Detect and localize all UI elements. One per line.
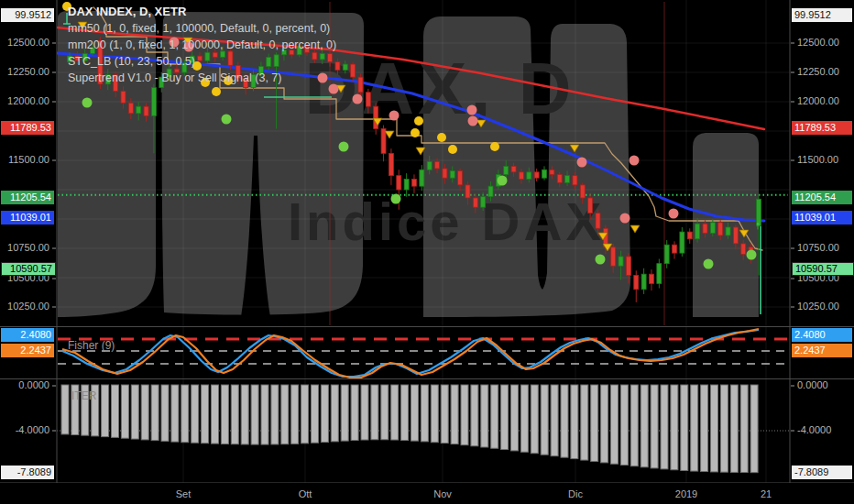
histogram-bar xyxy=(181,385,189,443)
candle-body xyxy=(420,170,424,186)
sell-triangle-marker xyxy=(630,225,640,233)
time-tick-label: Nov xyxy=(433,488,452,499)
candle-body xyxy=(404,179,409,190)
candle-body xyxy=(473,198,477,207)
candle-body xyxy=(358,77,363,93)
pink-dot-marker xyxy=(389,111,400,121)
green-dot-marker xyxy=(498,176,508,186)
price-badge-white: 99.9512 xyxy=(792,8,852,22)
histogram-bar xyxy=(711,385,718,472)
histogram-bar xyxy=(61,385,69,434)
pink-dot-marker xyxy=(467,105,477,115)
candle-body xyxy=(542,170,547,178)
time-axis[interactable]: SetOttNovDic201921 xyxy=(0,483,854,504)
candle-body xyxy=(649,274,653,283)
yellow-dot-marker xyxy=(212,87,221,96)
candle-body xyxy=(366,93,370,106)
price-tick-label: 0.0000 xyxy=(18,379,49,390)
histogram-bar xyxy=(161,385,169,441)
candle-body xyxy=(458,171,463,185)
histogram-bar xyxy=(192,385,199,443)
histogram-bar xyxy=(501,385,509,450)
histogram-bar xyxy=(541,385,548,455)
price-axis-right[interactable]: 12500.0012250.0012000.0011500.0010750.00… xyxy=(790,0,854,483)
histogram-bar xyxy=(301,385,309,444)
price-tick-label: 10250.00 xyxy=(797,301,839,312)
candle-body xyxy=(144,106,148,115)
candle-body xyxy=(565,176,570,183)
histogram-pane[interactable] xyxy=(61,385,758,473)
histogram-bar xyxy=(691,385,698,471)
candle-body xyxy=(397,176,401,190)
candle-body xyxy=(351,64,356,77)
legend-supertrend[interactable]: Supertrend V1.0 - Buy or Sell Signal (3,… xyxy=(68,70,336,86)
candle-body xyxy=(137,106,141,114)
yellow-dot-marker xyxy=(448,145,457,154)
pink-dot-marker xyxy=(468,116,478,126)
time-tick-label: Dic xyxy=(568,488,583,499)
price-tick-label: 0.0000 xyxy=(797,379,828,390)
candle-body xyxy=(151,88,156,116)
candle-body xyxy=(550,170,554,174)
histogram-bar xyxy=(102,385,109,437)
histogram-bar xyxy=(591,385,598,462)
candle-body xyxy=(673,245,677,253)
histogram-bar xyxy=(151,385,159,441)
candle-body xyxy=(121,91,126,103)
price-tick-label: 12000.00 xyxy=(7,95,49,106)
candle-body xyxy=(534,172,539,178)
candle-body xyxy=(573,176,577,185)
price-badge-fisher_blue: 2.4080 xyxy=(1,328,54,342)
candle-body xyxy=(703,224,707,233)
histogram-bar xyxy=(561,385,568,457)
histogram-bar xyxy=(421,385,428,442)
candle-body xyxy=(733,227,738,244)
candle-body xyxy=(557,174,562,182)
histogram-bar xyxy=(171,385,179,442)
green-dot-marker xyxy=(82,98,93,108)
green-dot-marker xyxy=(391,194,401,204)
price-tick-label: 10250.00 xyxy=(7,301,49,312)
price-axis-left[interactable]: 12500.0012250.0012000.0011500.0010750.00… xyxy=(0,0,57,483)
price-badge-white: -7.8089 xyxy=(792,466,852,479)
price-badge-fisher_orange: 2.2437 xyxy=(792,344,852,357)
candle-body xyxy=(411,179,416,186)
histogram-bar xyxy=(381,385,389,440)
histogram-bar xyxy=(341,385,348,441)
green-dot-marker xyxy=(747,250,757,260)
candle-body xyxy=(511,166,516,171)
histogram-bar xyxy=(401,385,409,441)
candle-body xyxy=(611,247,616,266)
pink-dot-marker xyxy=(669,209,679,219)
pink-dot-marker xyxy=(577,158,587,168)
histogram-bar xyxy=(461,385,468,445)
histogram-bar xyxy=(481,385,488,447)
histogram-bar xyxy=(601,385,608,463)
candle-body xyxy=(488,186,493,197)
candle-body xyxy=(450,171,454,179)
candle-body xyxy=(626,257,630,275)
fisher-pane[interactable] xyxy=(58,329,788,378)
legend-stc[interactable]: STC_LB (10, 23, 50, 0.5) xyxy=(68,53,336,70)
price-badge-blue: 11039.01 xyxy=(1,211,54,225)
symbol-description-watermark: Indice DAX xyxy=(288,192,605,251)
candle-body xyxy=(427,161,432,170)
price-tick-label: 11500.00 xyxy=(797,154,838,165)
histogram-bar xyxy=(312,385,319,443)
legend-mm200[interactable]: mm200 (1, 0, fixed, 1, 100000, Default, … xyxy=(68,37,336,53)
candle-body xyxy=(588,198,593,214)
buy-arrow-marker: ↑ xyxy=(755,218,761,232)
legend-mm50[interactable]: mm50 (1, 0, fixed, 1, 100000, Default, 0… xyxy=(68,20,336,37)
candle-body xyxy=(710,223,715,234)
histogram-bar xyxy=(351,385,358,441)
yellow-dot-marker xyxy=(490,142,499,151)
histogram-pane-label[interactable]: ITER xyxy=(71,389,96,402)
candle-body xyxy=(381,128,386,153)
histogram-bar xyxy=(281,385,289,444)
histogram-bar xyxy=(531,385,538,454)
candle-body xyxy=(741,244,746,255)
legend-symbol-title[interactable]: DAX INDEX, D, XETR xyxy=(68,4,336,20)
fisher-pane-label[interactable]: Fisher (9) xyxy=(68,339,115,352)
histogram-bar xyxy=(321,385,328,443)
yellow-dot-marker xyxy=(411,128,420,137)
